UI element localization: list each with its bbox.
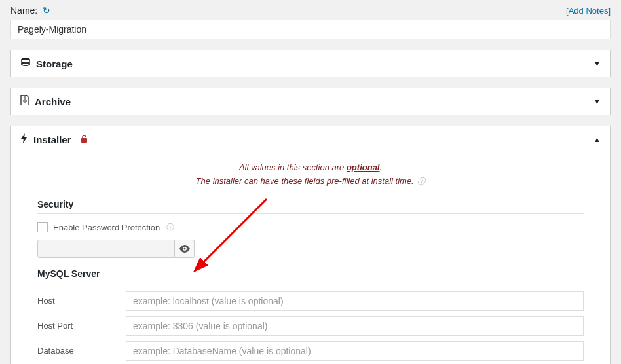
archive-title: Archive — [35, 96, 71, 107]
database-input[interactable] — [126, 341, 584, 361]
bolt-icon — [20, 133, 28, 146]
archive-header[interactable]: Archive ▼ — [11, 88, 610, 115]
security-section-label: Security — [37, 199, 584, 209]
installer-header[interactable]: Installer ▲ — [11, 126, 610, 153]
svg-point-3 — [183, 247, 185, 249]
host-port-label: Host Port — [37, 321, 126, 331]
password-input — [37, 240, 175, 258]
help-icon[interactable]: ⓘ — [417, 177, 425, 186]
storage-panel: Storage ▼ — [10, 50, 611, 77]
password-protection-label: Enable Password Protection — [53, 223, 160, 232]
installer-title: Installer — [33, 134, 71, 145]
storage-title: Storage — [36, 58, 73, 69]
installer-body: All values in this section are optional.… — [11, 153, 610, 364]
toggle-password-button[interactable] — [175, 240, 195, 258]
svg-line-4 — [195, 199, 267, 271]
installer-info: All values in this section are optional.… — [37, 161, 584, 189]
refresh-icon[interactable]: ↻ — [43, 5, 50, 16]
svg-point-0 — [22, 58, 29, 60]
unlock-icon — [81, 135, 88, 145]
svg-point-1 — [22, 63, 29, 65]
host-port-input[interactable] — [126, 316, 584, 336]
caret-up-icon: ▲ — [593, 136, 601, 143]
host-input[interactable] — [126, 291, 584, 311]
svg-rect-2 — [81, 138, 87, 143]
file-archive-icon — [20, 95, 29, 108]
installer-panel: Installer ▲ All values in this section a… — [10, 126, 611, 364]
mysql-section-label: MySQL Server — [37, 268, 584, 279]
storage-header[interactable]: Storage ▼ — [11, 50, 610, 77]
help-icon[interactable]: ⓘ — [166, 222, 174, 233]
database-label: Database — [37, 346, 126, 355]
add-notes-link[interactable]: [Add Notes] — [566, 6, 611, 16]
password-protection-checkbox[interactable] — [37, 222, 48, 232]
caret-down-icon: ▼ — [593, 98, 601, 105]
name-label: Name: — [10, 5, 37, 16]
caret-down-icon: ▼ — [593, 60, 601, 67]
archive-panel: Archive ▼ — [10, 88, 611, 115]
name-input[interactable] — [10, 20, 611, 39]
database-icon — [20, 57, 31, 70]
host-label: Host — [37, 296, 126, 306]
